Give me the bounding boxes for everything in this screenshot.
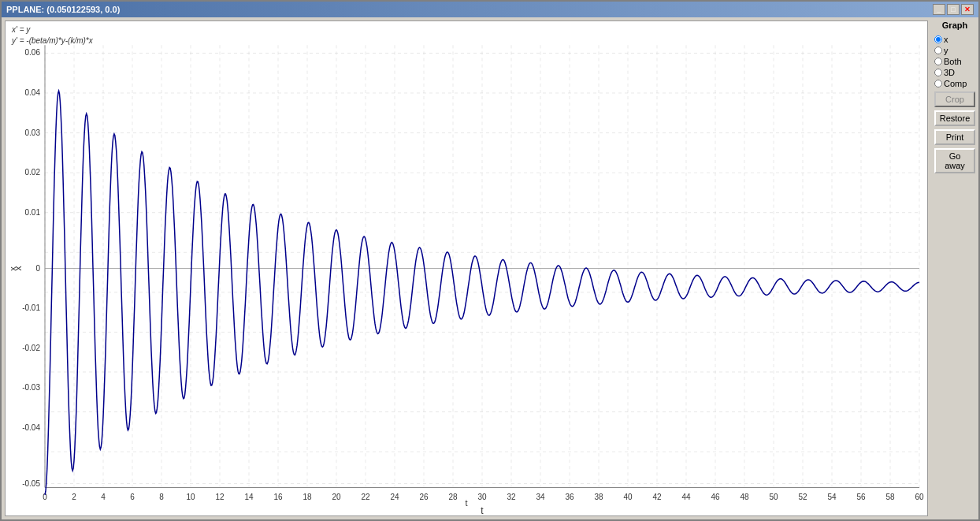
svg-text:10: 10 [186, 493, 195, 501]
svg-text:48: 48 [740, 493, 749, 501]
svg-text:24: 24 [390, 493, 399, 501]
restore-button[interactable]: Restore [934, 110, 975, 126]
svg-text:56: 56 [856, 493, 866, 501]
svg-text:0.03: 0.03 [25, 128, 41, 137]
svg-text:42: 42 [652, 493, 662, 501]
chart-svg-container: 0.06 0.04 0.03 0.02 0.01 0 -0.01 -0.02 -… [6, 21, 927, 515]
radio-y-label: y [944, 46, 948, 55]
svg-text:30: 30 [477, 493, 487, 501]
svg-text:-0.02: -0.02 [22, 344, 40, 352]
svg-text:44: 44 [681, 493, 691, 501]
chart-svg: 0.06 0.04 0.03 0.02 0.01 0 -0.01 -0.02 -… [6, 21, 927, 515]
radio-item-comp[interactable]: Comp [934, 79, 975, 88]
radio-comp[interactable] [934, 80, 942, 87]
svg-text:12: 12 [215, 493, 225, 501]
svg-text:54: 54 [827, 493, 837, 501]
maximize-button[interactable]: □ [947, 4, 960, 15]
radio-x-label: x [944, 35, 948, 44]
radio-both[interactable] [934, 58, 942, 65]
svg-text:0.06: 0.06 [25, 48, 41, 57]
svg-text:18: 18 [303, 493, 312, 501]
sidebar: Graph x y Both 3D [931, 17, 978, 519]
graph-section-label: Graph [934, 20, 975, 30]
svg-text:2: 2 [72, 493, 76, 501]
svg-text:58: 58 [885, 493, 895, 501]
svg-text:0.01: 0.01 [25, 208, 41, 217]
svg-text:14: 14 [244, 493, 254, 501]
chart-area: x' = y y' = -(beta/m)*y-(k/m)*x x t [5, 20, 928, 516]
print-button[interactable]: Print [934, 129, 975, 145]
svg-text:28: 28 [448, 493, 458, 501]
svg-text:t: t [481, 505, 484, 515]
content-area: x' = y y' = -(beta/m)*y-(k/m)*x x t [2, 17, 978, 519]
radio-x[interactable] [934, 35, 942, 43]
svg-text:22: 22 [361, 493, 370, 501]
radio-group: x y Both 3D Comp [934, 35, 975, 88]
svg-text:6: 6 [130, 493, 135, 501]
radio-item-3d[interactable]: 3D [934, 68, 975, 77]
svg-text:52: 52 [798, 493, 807, 501]
close-button[interactable]: ✕ [961, 4, 974, 15]
radio-3d[interactable] [934, 69, 942, 76]
svg-text:16: 16 [273, 493, 283, 501]
radio-item-x[interactable]: x [934, 35, 975, 44]
svg-text:0.04: 0.04 [25, 88, 41, 97]
svg-text:-0.04: -0.04 [22, 423, 40, 432]
svg-text:x: x [13, 266, 24, 270]
svg-text:32: 32 [507, 493, 516, 501]
svg-text:-0.01: -0.01 [22, 303, 40, 312]
radio-y[interactable] [934, 47, 942, 54]
svg-text:-0.03: -0.03 [22, 383, 40, 392]
radio-item-both[interactable]: Both [934, 57, 975, 66]
svg-text:40: 40 [623, 493, 633, 501]
title-bar-buttons: _ □ ✕ [933, 4, 974, 15]
svg-text:50: 50 [769, 493, 778, 501]
svg-text:0.02: 0.02 [25, 168, 41, 177]
svg-text:8: 8 [159, 493, 164, 501]
crop-button[interactable]: Crop [934, 91, 975, 107]
svg-text:20: 20 [332, 493, 341, 501]
svg-text:38: 38 [594, 493, 603, 501]
window-title: PPLANE: (0.050122593, 0.0) [6, 5, 120, 14]
svg-text:4: 4 [101, 493, 106, 501]
radio-comp-label: Comp [944, 79, 967, 88]
svg-text:34: 34 [536, 493, 545, 501]
radio-3d-label: 3D [944, 68, 955, 77]
main-window: PPLANE: (0.050122593, 0.0) _ □ ✕ x' = y … [0, 0, 980, 521]
svg-text:0: 0 [35, 263, 40, 272]
go-away-button[interactable]: Go away [934, 148, 975, 173]
svg-text:46: 46 [711, 493, 720, 501]
svg-text:60: 60 [915, 493, 924, 501]
minimize-button[interactable]: _ [933, 4, 945, 15]
svg-text:36: 36 [565, 493, 574, 501]
title-bar: PPLANE: (0.050122593, 0.0) _ □ ✕ [2, 2, 978, 17]
svg-text:-0.05: -0.05 [22, 479, 40, 488]
svg-text:26: 26 [419, 493, 429, 501]
radio-item-y[interactable]: y [934, 46, 975, 55]
radio-both-label: Both [944, 57, 962, 66]
